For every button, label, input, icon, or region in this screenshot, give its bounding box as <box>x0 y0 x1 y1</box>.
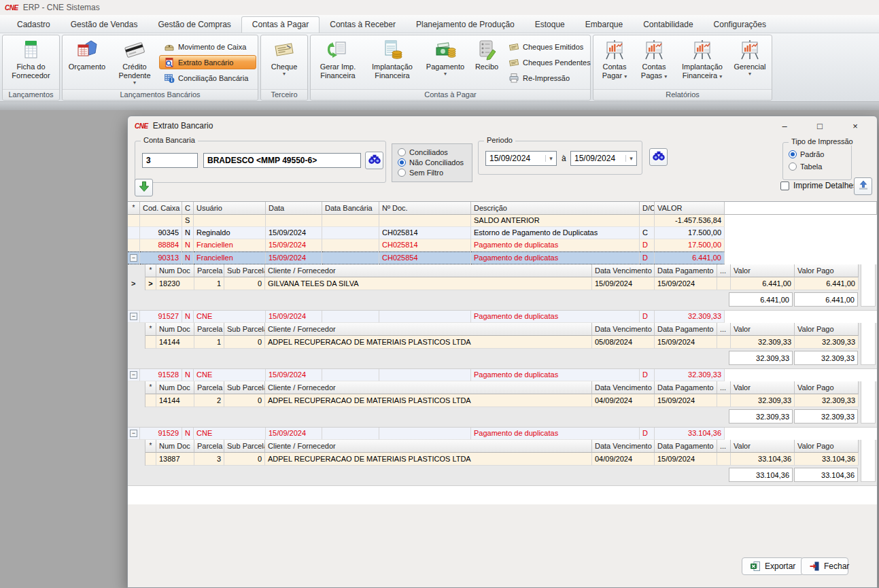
dcol-ellipsis[interactable]: ... <box>717 323 731 336</box>
pagamento-button[interactable]: Pagamento ▾ <box>421 37 470 89</box>
col-c[interactable]: C <box>182 202 194 215</box>
dcol-data-vencimento[interactable]: Data Vencimento <box>592 264 655 277</box>
relatorio-contas-pagar-button[interactable]: Contas Pagar ▾ <box>595 37 634 89</box>
pesquisar-periodo-button[interactable] <box>649 148 668 166</box>
radio-padrao[interactable]: Padrão <box>789 150 824 158</box>
cheques-emitidos-button[interactable]: Cheques Emitidos <box>504 39 589 54</box>
dcol-valor-pago[interactable]: Valor Pago <box>795 264 859 277</box>
dcol-parcela[interactable]: Parcela <box>194 440 224 453</box>
dcol-data-pagamento[interactable]: Data Pagamento <box>655 264 717 277</box>
dcol-data-vencimento[interactable]: Data Vencimento <box>592 440 655 453</box>
dcol-num-doc[interactable]: Num Doc <box>156 440 194 453</box>
tab-gestao-compras[interactable]: Gestão de Compras <box>148 17 241 33</box>
minimize-button[interactable]: – <box>775 119 794 133</box>
col-dc[interactable]: D/C <box>640 202 655 215</box>
table-row-90345[interactable]: 90345 N Reginaldo 15/09/2024 CH025814 Es… <box>128 227 877 239</box>
cheques-pendentes-button[interactable]: Cheques Pendentes <box>504 55 589 69</box>
detail-row[interactable]: 14144 1 0 ADPEL RECUPERACAO DE MATERIAIS… <box>145 336 858 349</box>
dcol-data-pagamento[interactable]: Data Pagamento <box>655 381 717 394</box>
tab-embarque[interactable]: Embarque <box>575 17 633 33</box>
table-row-91529[interactable]: − 91529 N CNE 15/09/2024 Pagamento de du… <box>128 428 877 440</box>
conta-banco-input[interactable] <box>203 153 361 168</box>
relatorio-implantacao-financeira-button[interactable]: Implantação Financeira ▾ <box>674 37 731 89</box>
dcol-data-vencimento[interactable]: Data Vencimento <box>592 381 655 394</box>
data-final-combobox[interactable]: 15/09/2024 ▾ <box>570 151 637 166</box>
close-button[interactable]: × <box>846 119 865 133</box>
relatorio-contas-pagas-button[interactable]: Contas Pagas ▾ <box>634 37 674 89</box>
dcol-valor-pago[interactable]: Valor Pago <box>795 381 859 394</box>
dcol-valor[interactable]: Valor <box>731 381 795 394</box>
col-usuario[interactable]: Usuário <box>194 202 266 215</box>
gerar-imp-financeira-button[interactable]: Gerar Imp. Financeira <box>312 37 364 89</box>
buscar-conta-button[interactable] <box>365 152 383 169</box>
table-row-90313-selected[interactable]: − 90313 N Franciellen 15/09/2024 CH02585… <box>128 252 877 264</box>
detail-row[interactable]: 14144 2 0 ADPEL RECUPERACAO DE MATERIAIS… <box>145 394 858 407</box>
tab-cadastro[interactable]: Cadastro <box>7 17 61 33</box>
dcol-sub-parcela[interactable]: Sub Parcela <box>224 381 265 394</box>
table-row-91527[interactable]: − 91527 N CNE 15/09/2024 Pagamento de du… <box>128 311 877 323</box>
dcol-parcela[interactable]: Parcela <box>194 264 224 277</box>
radio-conciliados[interactable]: Conciliados <box>398 148 466 156</box>
dcol-ellipsis[interactable]: ... <box>717 264 731 277</box>
recibo-button[interactable]: Recibo <box>470 37 504 89</box>
dcol-sub-parcela[interactable]: Sub Parcela <box>224 440 265 453</box>
table-row-91528[interactable]: − 91528 N CNE 15/09/2024 Pagamento de du… <box>128 369 877 381</box>
dcol-data-vencimento[interactable]: Data Vencimento <box>592 323 655 336</box>
dcol-sub-parcela[interactable]: Sub Parcela <box>224 323 265 336</box>
relatorio-gerencial-button[interactable]: Gerencial ▾ <box>731 37 769 89</box>
dcol-num-doc[interactable]: Num Doc <box>156 264 194 277</box>
dcol-parcela[interactable]: Parcela <box>194 323 224 336</box>
dcol-valor[interactable]: Valor <box>731 264 795 277</box>
collapse-icon[interactable]: − <box>130 371 137 379</box>
dcol-parcela[interactable]: Parcela <box>194 381 224 394</box>
col-num-doc[interactable]: Nº Doc. <box>379 202 471 215</box>
detail-row[interactable]: > 18230 1 0 GILVANA TELES DA SILVA 15/09… <box>145 277 858 290</box>
dcol-valor[interactable]: Valor <box>731 323 795 336</box>
tab-configuracoes[interactable]: Configurações <box>704 17 776 33</box>
dcol-num-doc[interactable]: Num Doc <box>156 323 194 336</box>
col-data[interactable]: Data <box>266 202 322 215</box>
dcol-data-pagamento[interactable]: Data Pagamento <box>655 323 717 336</box>
dcol-valor-pago[interactable]: Valor Pago <box>795 323 859 336</box>
carregar-extrato-button[interactable] <box>135 179 153 196</box>
dcol-cliente-fornecedor[interactable]: Cliente / Fornecedor <box>265 323 592 336</box>
tab-contas-a-receber[interactable]: Contas à Receber <box>320 17 406 33</box>
collapse-icon[interactable]: − <box>130 313 137 320</box>
dcol-num-doc[interactable]: Num Doc <box>156 381 194 394</box>
fechar-button[interactable]: Fechar <box>801 557 848 575</box>
tab-estoque[interactable]: Estoque <box>525 17 575 33</box>
col-data-bancaria[interactable]: Data Bancária <box>322 202 379 215</box>
dropdown-caret-icon[interactable]: ▾ <box>545 155 556 162</box>
table-row-88884[interactable]: 88884 N Franciellen 15/09/2024 CH025814 … <box>128 239 877 252</box>
tab-contas-a-pagar[interactable]: Contas à Pagar <box>241 16 320 33</box>
dcol-ellipsis[interactable]: ... <box>717 381 731 394</box>
dcol-data-pagamento[interactable]: Data Pagamento <box>655 440 717 453</box>
col-descricao[interactable]: Descrição <box>471 202 640 215</box>
dcol-valor[interactable]: Valor <box>731 440 795 453</box>
col-cod-caixa[interactable]: Cod. Caixa <box>140 202 182 215</box>
radio-sem-filtro[interactable]: Sem Filtro <box>398 169 466 177</box>
movimento-de-caixa-button[interactable]: Movimento de Caixa <box>159 39 256 54</box>
conciliacao-bancaria-button[interactable]: Conciliação Bancária <box>159 71 256 85</box>
data-inicial-combobox[interactable]: 15/09/2024 ▾ <box>485 151 557 166</box>
orcamento-button[interactable]: Orçamento <box>64 37 110 89</box>
imprimir-button[interactable] <box>854 177 872 195</box>
imprime-detalhes-checkbox[interactable]: Imprime Detalhes <box>780 181 857 190</box>
table-row-saldo-anterior[interactable]: S SALDO ANTERIOR -1.457.536,84 <box>128 215 877 227</box>
dcol-cliente-fornecedor[interactable]: Cliente / Fornecedor <box>265 264 592 277</box>
tab-planejamento-producao[interactable]: Planejamento de Produção <box>406 17 525 33</box>
maximize-button[interactable]: □ <box>810 119 829 133</box>
ficha-do-fornecedor-button[interactable]: Ficha do Fornecedor <box>4 37 58 89</box>
radio-tabela[interactable]: Tabela <box>789 162 822 171</box>
dcol-ellipsis[interactable]: ... <box>717 440 731 453</box>
cheque-button[interactable]: Cheque ▾ <box>263 37 305 89</box>
col-valor[interactable]: VALOR <box>655 202 725 215</box>
collapse-icon[interactable]: − <box>130 430 137 437</box>
re-impressao-button[interactable]: Re-Impressão <box>504 71 589 85</box>
exportar-button[interactable]: Exportar <box>742 557 804 575</box>
credito-pendente-button[interactable]: Crédito Pendente ▾ <box>110 37 159 89</box>
dcol-cliente-fornecedor[interactable]: Cliente / Fornecedor <box>265 381 592 394</box>
tab-contabilidade[interactable]: Contabilidade <box>633 17 703 33</box>
conta-codigo-input[interactable] <box>142 153 198 168</box>
dcol-cliente-fornecedor[interactable]: Cliente / Fornecedor <box>265 440 592 453</box>
